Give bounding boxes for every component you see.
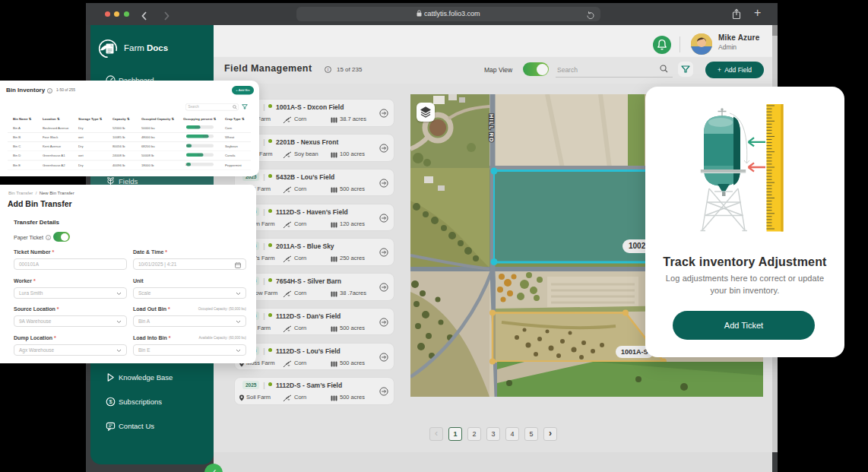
svg-text:HILL RD: HILL RD	[488, 114, 495, 143]
svg-text:$: $	[109, 398, 112, 405]
